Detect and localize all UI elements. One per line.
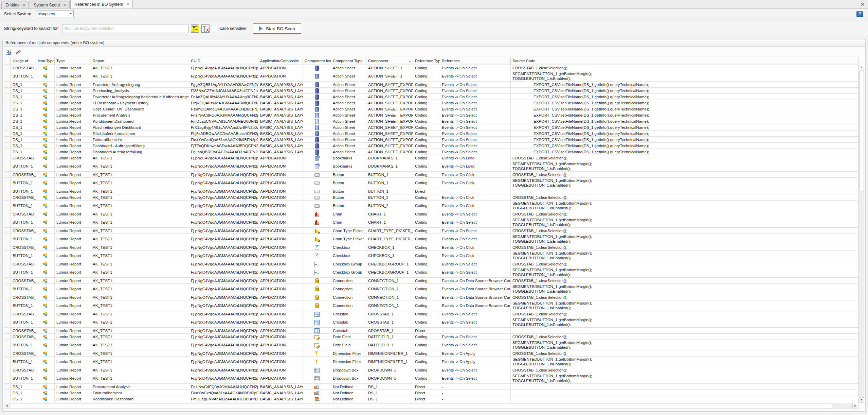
horizontal-scrollbar[interactable]: ◀ ▶ <box>4 403 858 409</box>
column-header-cuid[interactable]: CUID <box>189 57 258 65</box>
cell-selector[interactable] <box>4 217 11 228</box>
cell-selector[interactable] <box>4 278 11 284</box>
table-row[interactable]: BUTTON_1Lumira ReportAK_TEST1Fj.pNgC4Vgo… <box>4 250 858 261</box>
table-row[interactable]: DS_1Lumira ReportProcurement AnalysisFnz… <box>4 112 858 118</box>
cell-selector[interactable] <box>4 211 11 217</box>
horizontal-scroll-thumb[interactable] <box>10 403 832 408</box>
table-row[interactable]: DS_1Lumira ReportKonditionen DashboardFm… <box>4 118 858 124</box>
cell-selector[interactable] <box>4 373 11 384</box>
cell-selector[interactable] <box>4 94 11 100</box>
cell-selector[interactable] <box>4 88 11 94</box>
table-row[interactable]: DS_1Lumira ReportAbschreibungen Dashboar… <box>4 124 858 131</box>
cell-selector[interactable] <box>4 178 11 188</box>
filter-select-button[interactable] <box>191 24 199 33</box>
close-icon[interactable]: ✕ <box>860 1 865 7</box>
cell-selector[interactable] <box>4 124 11 131</box>
cell-selector[interactable] <box>4 194 11 201</box>
cell-selector[interactable] <box>4 161 11 172</box>
column-header-reftype[interactable]: Reference Type <box>413 57 440 65</box>
scroll-down-button[interactable]: ▼ <box>859 397 864 403</box>
cell-selector[interactable] <box>4 396 11 402</box>
cell-selector[interactable] <box>4 357 11 367</box>
cell-selector[interactable] <box>4 250 11 261</box>
column-header-report[interactable]: Report <box>91 57 189 65</box>
cell-selector[interactable] <box>4 143 11 149</box>
table-row[interactable]: CROSSTAB_1Lumira ReportAK_TEST1Fj.pNgC4V… <box>4 261 858 267</box>
cell-selector[interactable] <box>4 261 11 267</box>
table-row[interactable]: BUTTON_1Lumira ReportAK_TEST1Fj.pNgC4Vgo… <box>4 373 858 384</box>
cell-selector[interactable] <box>4 71 11 82</box>
cell-selector[interactable] <box>4 284 11 294</box>
tab-entities[interactable]: Entities ✕ <box>1 1 29 8</box>
table-row[interactable]: BUTTON_1Lumira ReportAK_TEST1Fj.pNgC4Vgo… <box>4 161 858 172</box>
column-header-component[interactable]: Component▲ <box>366 57 413 65</box>
cell-selector[interactable] <box>4 244 11 250</box>
cell-selector[interactable] <box>4 267 11 278</box>
cell-selector[interactable] <box>4 188 11 194</box>
table-row[interactable]: DS_1Lumira ReportKonditionen DashboardFm… <box>4 396 858 402</box>
cell-selector[interactable] <box>4 65 11 71</box>
table-row[interactable]: BUTTON_1Lumira ReportAK_TEST1Fj.pNgC4Vgo… <box>4 178 858 188</box>
table-row[interactable]: DS_1Lumira ReportErwarteter Auftragseing… <box>4 94 858 100</box>
cell-selector[interactable] <box>4 294 11 300</box>
table-row[interactable]: DS_1Lumira ReportPurchasing_AnalysisFl38… <box>4 88 858 94</box>
clear-formatting-icon[interactable] <box>15 49 21 55</box>
search-input[interactable] <box>62 24 188 33</box>
table-row[interactable]: BUTTON_1Lumira ReportAK_TEST1Fj.pNgC4Vgo… <box>4 71 858 82</box>
help-icon[interactable]: ? <box>856 11 863 17</box>
filter-clear-button[interactable]: X <box>201 24 210 33</box>
cell-selector[interactable] <box>4 82 11 88</box>
table-row[interactable]: CROSSTAB_1Lumira ReportAK_TEST1Fj.pNgC4V… <box>4 328 858 334</box>
cell-selector[interactable] <box>4 118 11 124</box>
cell-selector[interactable] <box>4 155 11 161</box>
cell-selector[interactable] <box>4 384 11 390</box>
cell-selector[interactable] <box>4 334 11 340</box>
cell-selector[interactable] <box>4 328 11 334</box>
table-row[interactable]: BUTTON_1Lumira ReportAK_TEST1Fj.pNgC4Vgo… <box>4 357 858 367</box>
table-row[interactable]: CROSSTAB_1Lumira ReportAK_TEST1Fj.pNgC4V… <box>4 294 858 300</box>
vertical-scrollbar[interactable]: ▲ ▼ <box>858 65 864 403</box>
table-row[interactable]: BUTTON_1Lumira ReportAK_TEST1Fj.pNgC4Vgo… <box>4 234 858 244</box>
cell-selector[interactable] <box>4 234 11 244</box>
table-row[interactable]: CROSSTAB_1Lumira ReportAK_TEST1Fj.pNgC4V… <box>4 172 858 178</box>
table-row[interactable]: CROSSTAB_1Lumira ReportAK_TEST1Fj.pNgC4V… <box>4 311 858 317</box>
table-row[interactable]: BUTTON_1Lumira ReportAK_TEST1Fj.pNgC4Vgo… <box>4 267 858 278</box>
cell-selector[interactable] <box>4 172 11 178</box>
cell-selector[interactable] <box>4 390 11 396</box>
cell-selector[interactable] <box>4 350 11 357</box>
table-row[interactable]: BUTTON_1Lumira ReportAK_TEST1Fj.pNgC4Vgo… <box>4 217 858 228</box>
column-header-usage[interactable]: Usage of <box>11 57 36 65</box>
scroll-right-button[interactable]: ▶ <box>852 403 858 408</box>
table-row[interactable]: CROSSTAB_1Lumira ReportAK_TEST1Fj.pNgC4V… <box>4 211 858 217</box>
start-bo-scan-button[interactable]: Start BO Scan <box>253 23 301 34</box>
table-row[interactable]: CROSSTAB_1Lumira ReportAK_TEST1Fj.pNgC4V… <box>4 65 858 71</box>
system-select[interactable]: btsapserv ▼ <box>36 10 74 17</box>
table-row[interactable]: CROSSTAB_1Lumira ReportAK_TEST1Fj.pNgC4V… <box>4 194 858 201</box>
cell-selector[interactable] <box>4 100 11 106</box>
tab-references-in-bo-system[interactable]: References in BO System ✕ <box>70 0 133 8</box>
column-header-source[interactable]: Source Code <box>511 57 858 65</box>
table-row[interactable]: DS_1Lumira ReportFakturaübersichtFksrYwC… <box>4 137 858 143</box>
scroll-left-button[interactable]: ◀ <box>4 403 10 408</box>
table-row[interactable]: BUTTON_1Lumira ReportAK_TEST1Fj.pNgC4Vgo… <box>4 317 858 328</box>
column-header-type[interactable]: Type <box>55 57 91 65</box>
table-row[interactable]: DS_1Lumira ReportRückläuferinformationen… <box>4 131 858 137</box>
table-row[interactable]: DS_1Lumira ReportCost_Center_OV_Dashboar… <box>4 106 858 112</box>
column-header-icontype[interactable]: Icon Type <box>36 57 55 65</box>
table-row[interactable]: DS_1Lumira ReportErwarteter Auftragseing… <box>4 82 858 88</box>
vertical-scroll-thumb[interactable] <box>859 71 864 191</box>
cell-selector[interactable] <box>4 340 11 350</box>
cell-selector[interactable] <box>4 402 11 403</box>
tab-close-icon[interactable]: ✕ <box>23 3 25 7</box>
cell-selector[interactable] <box>4 137 11 143</box>
table-row[interactable]: CROSSTAB_1Lumira ReportAK_TEST1Fj.pNgC4V… <box>4 228 858 234</box>
case-sensitive-checkbox[interactable] <box>212 26 217 31</box>
tab-system-scout[interactable]: System Scout ✕ <box>30 1 70 8</box>
table-row[interactable]: BUTTON_1Lumira ReportAK_TEST1Fj.pNgC4Vgo… <box>4 340 858 350</box>
column-header-compicon[interactable]: Component Icon <box>303 57 331 65</box>
cell-selector[interactable] <box>4 149 11 155</box>
column-header-comptype[interactable]: Component Type <box>331 57 366 65</box>
cell-selector[interactable] <box>4 106 11 112</box>
table-row[interactable]: DS_1Lumira ReportFI Dashboard - Payment … <box>4 100 858 106</box>
cell-selector[interactable] <box>4 300 11 311</box>
